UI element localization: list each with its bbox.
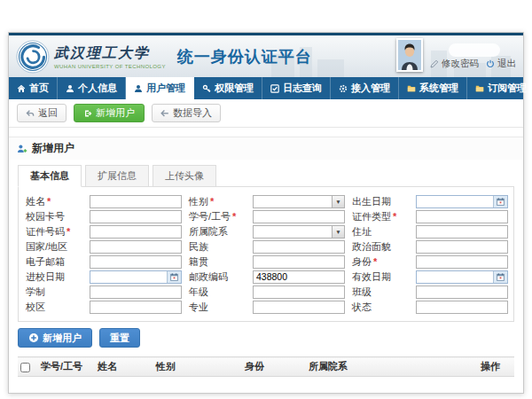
tab-log-query[interactable]: 日志查询 <box>262 77 331 99</box>
reset-button-label: 重置 <box>110 332 129 345</box>
tab-label: 个人信息 <box>78 82 117 95</box>
tab-permission-mgmt[interactable]: 权限管理 <box>194 77 262 99</box>
user-icon <box>66 84 74 93</box>
tab-home[interactable]: 首页 <box>9 77 58 99</box>
field-label: 住址 <box>352 225 416 239</box>
campus-card-input[interactable] <box>90 210 182 223</box>
spacer <box>9 128 523 137</box>
reset-button[interactable]: 重置 <box>99 328 140 348</box>
field-postal-code: 邮政编码 <box>189 270 345 284</box>
country-region-input[interactable] <box>90 240 182 254</box>
form-tabs: 基本信息扩展信息上传头像 <box>18 160 514 186</box>
field-native-place: 籍贯 <box>189 254 345 269</box>
field-gender: 性别*▼ <box>189 194 345 208</box>
field-label: 班级 <box>352 286 416 299</box>
campus-input[interactable] <box>90 301 182 314</box>
page: 武汉理工大学 WUHAN UNIVERSITY OF TECHNOLOGY 统一… <box>0 0 532 399</box>
change-password-link[interactable]: 修改密码 <box>430 58 479 70</box>
gender-select[interactable]: ▼ <box>253 195 345 208</box>
class-input[interactable] <box>416 286 508 299</box>
native-place-input[interactable] <box>253 255 345 269</box>
chevron-down-icon[interactable]: ▼ <box>332 226 344 238</box>
table-header-gender: 性别 <box>153 357 241 377</box>
add-user-button[interactable]: 新增用户 <box>74 104 145 122</box>
table-header-identity: 身份 <box>241 357 305 377</box>
id-number-input[interactable] <box>90 225 182 239</box>
power-icon <box>486 59 495 68</box>
key-icon <box>202 84 211 93</box>
tab-label: 权限管理 <box>215 82 254 95</box>
student-id-input[interactable] <box>253 210 345 223</box>
university-name: 武汉理工大学 <box>54 44 166 63</box>
field-identity: 身份* <box>352 254 508 269</box>
form-tab-basic-info[interactable]: 基本信息 <box>18 165 82 187</box>
nav-bar: 首页个人信息用户管理权限管理日志查询接入管理系统管理订阅管理 <box>9 77 523 99</box>
study-length-input[interactable] <box>90 286 182 299</box>
chevron-down-icon[interactable]: ▼ <box>332 196 344 207</box>
field-label: 邮政编码 <box>189 270 253 284</box>
calendar-icon[interactable] <box>493 271 507 283</box>
identity-input[interactable] <box>416 255 508 269</box>
ethnicity-input[interactable] <box>253 240 345 254</box>
id-type-input[interactable] <box>416 210 508 223</box>
section-header: 新增用户 <box>9 137 523 160</box>
data-import-button[interactable]: 数据导入 <box>152 104 221 122</box>
field-address: 住址 <box>352 224 508 239</box>
page-title: 统一身份认证平台 <box>177 46 312 67</box>
logout-link[interactable]: 退出 <box>486 58 516 70</box>
field-campus-card: 校园卡号 <box>26 209 182 223</box>
email-input[interactable] <box>90 255 182 269</box>
field-id-type: 证件类型* <box>352 209 508 223</box>
postal-code-input[interactable] <box>253 270 345 284</box>
toolbar: 返回 新增用户 数据导入 <box>9 99 523 128</box>
select-value <box>254 226 332 238</box>
tab-label: 首页 <box>29 82 49 95</box>
university-name-en: WUHAN UNIVERSITY OF TECHNOLOGY <box>54 64 166 69</box>
required-asterisk: * <box>47 196 51 207</box>
tab-system-mgmt[interactable]: 系统管理 <box>399 77 467 99</box>
tab-user-mgmt[interactable]: 用户管理 <box>126 77 194 99</box>
field-label: 专业 <box>189 301 253 314</box>
tab-label: 订阅管理 <box>488 82 527 95</box>
form-tab-upload-avatar[interactable]: 上传头像 <box>153 165 216 187</box>
table-header-row: 学号/工号姓名性别身份所属院系操作 <box>18 357 514 377</box>
calendar-icon[interactable] <box>493 196 507 207</box>
back-button[interactable]: 返回 <box>17 104 66 122</box>
section-title: 新增用户 <box>32 141 74 156</box>
tab-access-mgmt[interactable]: 接入管理 <box>331 77 399 99</box>
required-asterisk: * <box>232 211 236 222</box>
grade-input[interactable] <box>253 286 345 299</box>
department-select[interactable]: ▼ <box>253 225 345 239</box>
birth-date-input[interactable] <box>417 196 493 207</box>
avatar[interactable] <box>396 38 423 72</box>
tab-label: 系统管理 <box>419 82 458 95</box>
status-input[interactable] <box>416 301 508 314</box>
arrow-left-icon <box>160 109 169 118</box>
field-label: 国家/地区 <box>26 240 90 254</box>
field-valid-date: 有效日期 <box>352 270 508 284</box>
field-label: 籍贯 <box>189 255 253 269</box>
table-header-checkbox-cell <box>18 357 37 377</box>
university-logo-icon <box>16 40 50 74</box>
select-all-checkbox[interactable] <box>20 363 30 372</box>
tab-personal-info[interactable]: 个人信息 <box>58 77 126 99</box>
valid-date-input[interactable] <box>417 271 493 283</box>
form-tab-extended-info[interactable]: 扩展信息 <box>85 165 149 187</box>
calendar-icon[interactable] <box>167 271 181 283</box>
tab-subscription-mgmt[interactable]: 订阅管理 <box>467 77 532 99</box>
select-value <box>254 196 332 207</box>
name-input[interactable] <box>90 195 182 208</box>
address-input[interactable] <box>416 225 508 239</box>
field-study-length: 学制 <box>26 285 182 299</box>
tab-label: 日志查询 <box>283 82 322 95</box>
field-label: 学号/工号* <box>189 210 253 223</box>
enroll-date-input[interactable] <box>90 271 167 283</box>
field-label: 有效日期 <box>352 270 416 284</box>
required-asterisk: * <box>66 226 70 237</box>
field-department: 所属院系▼ <box>189 224 345 239</box>
major-input[interactable] <box>253 301 345 314</box>
birth-date-field <box>416 195 508 208</box>
submit-add-user-button[interactable]: 新增用户 <box>18 328 92 348</box>
form-panel: 姓名*性别*▼出生日期校园卡号学号/工号*证件类型*证件号码*所属院系▼住址国家… <box>18 186 514 322</box>
political-status-input[interactable] <box>416 240 508 254</box>
